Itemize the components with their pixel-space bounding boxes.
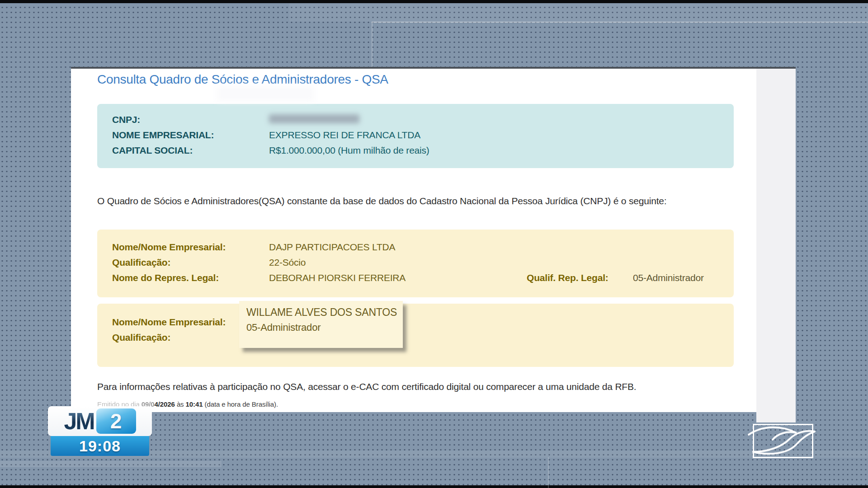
jm-letters: JM xyxy=(64,409,94,433)
partner-box-1: Nome/Nome Empresarial: DAJP PARTICIPACOE… xyxy=(97,230,734,297)
redacted-blur xyxy=(269,114,359,123)
capital-label: CAPITAL SOCIAL: xyxy=(112,145,269,156)
tv-frame: Consulta Quadro de Sócios e Administrado… xyxy=(0,0,868,488)
background-light-band xyxy=(289,3,868,22)
partner1-name-row: Nome/Nome Empresarial: DAJP PARTICIPACOE… xyxy=(112,239,734,255)
partner-box-2: Nome/Nome Empresarial: Qualificação: xyxy=(97,304,734,367)
emitted-suffix: (data e hora de Brasília). xyxy=(203,400,278,408)
top-black-bar xyxy=(0,0,868,3)
emitted-date: 4/2026 xyxy=(155,400,175,408)
company-name-value: EXPRESSO REI DE FRANCA LTDA xyxy=(269,130,420,141)
jm2-number-badge: 2 xyxy=(96,408,136,434)
callout-qualification: 05-Administrador xyxy=(246,322,403,333)
jm2-station-logo: JM 2 19:08 xyxy=(48,406,152,456)
intro-paragraph: O Quadro de Sócios e Administradores(QSA… xyxy=(97,196,712,206)
document-scrollbar-track xyxy=(756,69,796,422)
partner2-qualification-row: Qualificação: xyxy=(112,330,734,345)
partner1-name-label: Nome/Nome Empresarial: xyxy=(112,242,269,253)
partner2-name-row: Nome/Nome Empresarial: xyxy=(112,314,734,330)
decorative-vertical-line xyxy=(548,457,549,488)
footer-info-text: Para informações relativas à participaçã… xyxy=(97,381,712,392)
partner1-legal-rep-label: Nome do Repres. Legal: xyxy=(112,272,269,283)
page-title: Consulta Quadro de Sócios e Administrado… xyxy=(97,72,388,87)
partner1-name-value: DAJP PARTICIPACOES LTDA xyxy=(269,242,395,253)
partner1-legal-rep-row: Nome do Repres. Legal: DEBORAH PIORSKI F… xyxy=(112,270,734,286)
decorative-horizontal-line xyxy=(372,22,868,23)
jm2-logo-plate: JM 2 xyxy=(48,406,152,436)
partner1-legal-rep-qualification-value: 05-Administrador xyxy=(633,272,704,283)
company-name-row: NOME EMPRESARIAL: EXPRESSO REI DE FRANCA… xyxy=(112,127,734,143)
partner1-legal-rep-qualification-label: Qualif. Rep. Legal: xyxy=(527,272,633,283)
partner1-qualification-row: Qualificação: 22-Sócio xyxy=(112,255,734,270)
background-light-band xyxy=(0,461,222,467)
cnpj-value-redacted xyxy=(269,114,359,126)
magnified-callout: WILLAME ALVES DOS SANTOS 05-Administrado… xyxy=(239,301,403,348)
capital-value: R$1.000.000,00 (Hum milhão de reais) xyxy=(269,145,429,156)
partner1-qualification-label: Qualificação: xyxy=(112,257,269,268)
emitted-time: 10:41 xyxy=(186,400,203,408)
company-info-box: CNPJ: NOME EMPRESARIAL: EXPRESSO REI DE … xyxy=(97,104,734,168)
seagull-logo-icon xyxy=(744,421,820,459)
cnpj-label: CNPJ: xyxy=(112,114,269,125)
partner1-qualification-value: 22-Sócio xyxy=(269,257,306,268)
bottom-black-bar xyxy=(0,485,868,488)
clock-bar: 19:08 xyxy=(51,436,149,456)
emitted-conn: às xyxy=(175,400,186,408)
callout-partner-name: WILLAME ALVES DOS SANTOS xyxy=(246,306,403,319)
cnpj-row: CNPJ: xyxy=(112,112,734,127)
company-name-label: NOME EMPRESARIAL: xyxy=(112,130,269,141)
clock-time: 19:08 xyxy=(79,437,121,455)
partner1-legal-rep-value: DEBORAH PIORSKI FERREIRA xyxy=(269,272,527,283)
capital-row: CAPITAL SOCIAL: R$1.000.000,00 (Hum milh… xyxy=(112,143,734,158)
